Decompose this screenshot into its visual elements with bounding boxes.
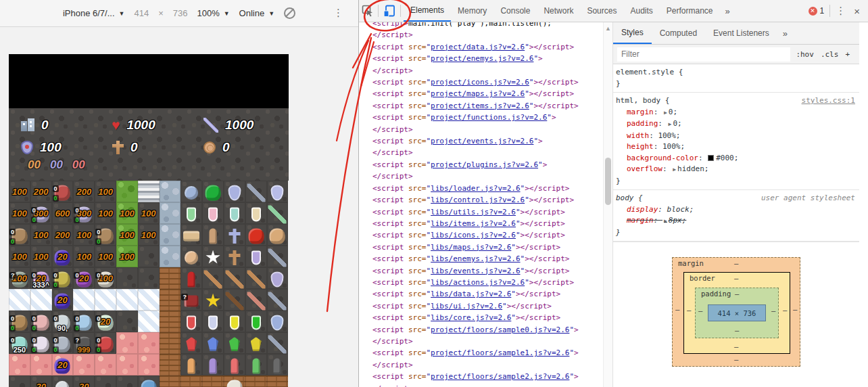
map-tile[interactable] [245,332,267,354]
dom-tree-node[interactable]: </script> [372,170,612,182]
more-tabs-icon[interactable]: » [720,6,736,16]
inspect-element-icon[interactable] [362,5,374,17]
map-tile[interactable]: 100 [138,224,160,246]
map-tile[interactable] [95,354,116,375]
map-tile[interactable]: 200 [95,311,116,332]
map-tile[interactable] [267,375,289,387]
map-tile[interactable] [116,354,138,375]
map-tile[interactable] [116,267,138,289]
map-tile[interactable]: ?999 [73,332,95,354]
map-tile[interactable] [224,202,245,224]
map-tile[interactable] [245,375,267,387]
map-tile[interactable] [138,289,160,311]
map-tile[interactable] [202,181,224,202]
border-top-value[interactable]: – [734,274,738,282]
map-tile[interactable]: 100 [95,246,116,267]
map-tile[interactable] [202,354,224,375]
dom-tree-node[interactable]: <script src="libs/utils.js?v=2.6"></scri… [372,206,612,218]
map-tile[interactable]: 30000 [30,202,52,224]
css-property[interactable]: margin: ▶8px; [616,215,855,227]
dom-tree-node[interactable]: <script src="project/items.js?v=2.6"></s… [372,100,612,112]
map-tile[interactable] [202,332,224,354]
map-tile[interactable] [160,246,181,267]
map-tile[interactable] [267,311,289,332]
dom-tree-node[interactable]: </script> [372,124,612,135]
tab-sources[interactable]: Sources [580,0,623,22]
map-tile[interactable] [160,202,181,224]
map-tile[interactable]: 30000 [73,202,95,224]
map-tile[interactable] [180,375,202,387]
css-property[interactable]: display: block; [616,204,855,216]
tab-audits[interactable]: Audits [623,0,659,22]
map-tile[interactable] [138,375,160,387]
dom-tree-node[interactable]: <script src="project/data.js?v=2.6"></sc… [372,41,612,53]
map-tile[interactable]: 100 [116,246,138,267]
map-tile[interactable] [116,181,138,202]
padding-right-value[interactable]: – [771,306,775,315]
dom-tree-node[interactable]: <script src="libs/ui.js?v=2.6"></script> [372,300,612,312]
console-error-badge[interactable]: ✕ 1 [809,6,825,16]
box-model-padding[interactable]: padding – – – – 414 × 736 [695,288,779,338]
map-tile[interactable] [9,289,30,311]
map-tile[interactable]: 0250 [9,332,30,354]
map-tile[interactable] [224,267,245,289]
border-right-value[interactable]: – [783,306,787,314]
map-tile[interactable]: 20 [30,375,52,387]
dom-tree-node[interactable]: <script src="libs/maps.js?v=2.6"></scrip… [372,242,612,253]
dom-tree-node[interactable]: </script> [372,147,612,158]
map-tile[interactable] [202,246,224,267]
map-tile[interactable] [245,202,267,224]
stylesheet-link[interactable]: user agent stylesheet [761,193,855,204]
toggle-hover-state-button[interactable]: :hov [796,50,814,59]
map-tile[interactable] [116,311,138,332]
dom-tree-node[interactable]: </script> [372,359,612,371]
map-tile[interactable] [224,181,245,202]
map-tile[interactable] [30,289,52,311]
devtools-menu-icon[interactable]: ⋮ [836,5,846,17]
map-tile[interactable] [95,375,116,387]
dom-tree-node[interactable]: </script> [372,65,612,76]
map-tile[interactable] [160,181,181,202]
css-property[interactable]: overflow: ▶hidden; [616,164,855,176]
map-tile[interactable] [30,354,52,375]
dom-tree-node[interactable]: <script src="project/floors/sample0.js?v… [372,324,612,336]
map-tile[interactable]: 100 [95,202,116,224]
map-tile[interactable] [224,246,245,267]
border-left-value[interactable]: – [687,306,691,314]
map-tile[interactable]: 00 [52,332,74,354]
map-tile[interactable] [138,181,160,202]
map-tile[interactable] [245,246,267,267]
dom-tree-node[interactable]: <script src="project/functions.js?v=2.6"… [372,112,612,123]
dom-tree-node[interactable]: <script src="libs/control.js?v=2.6"></sc… [372,194,612,206]
map-tile[interactable] [138,246,160,267]
box-model-margin[interactable]: margin – – – – border – – – – [672,257,800,367]
map-tile[interactable]: 200333^ [30,267,52,289]
dom-tree-node[interactable]: <script src="libs/actions.js?v=2.6"></sc… [372,277,612,288]
css-rule[interactable]: element.style {} [613,64,859,93]
map-tile[interactable]: 200 [30,181,52,202]
css-rule[interactable]: html, body {styles.css:1margin: ▶0;paddi… [613,93,859,190]
map-tile[interactable] [52,375,74,387]
map-tile[interactable] [160,375,181,387]
map-tile[interactable]: 100 [138,202,160,224]
map-tile[interactable]: 20 [52,354,74,375]
css-property[interactable]: padding: ▶0; [616,118,855,131]
dom-tree-node[interactable]: <script src="project/events.js?v=2.6"> [372,135,612,147]
map-tile[interactable] [9,354,30,375]
dom-tree-node[interactable]: <script src="project/plugins.js?v=2.6"> [372,159,612,170]
box-model-border[interactable]: border – – – – padding – – – [683,272,790,354]
stylesheet-link[interactable]: styles.css:1 [802,95,855,107]
map-tile[interactable] [180,181,202,202]
map-tile[interactable]: 200 [52,224,74,246]
box-model-diagram[interactable]: margin – – – – border – – – – [672,257,800,367]
map-tile[interactable] [224,311,245,332]
padding-bottom-value[interactable]: – [735,326,739,334]
map-tile[interactable] [245,289,267,311]
device-width-field[interactable]: 414 [134,8,149,18]
map-tile[interactable] [245,354,267,375]
map-tile[interactable] [116,375,138,387]
map-tile[interactable] [224,332,245,354]
map-tile[interactable]: 1000 [95,267,116,289]
padding-left-value[interactable]: – [698,306,702,315]
map-tile[interactable]: 00 [30,311,52,332]
